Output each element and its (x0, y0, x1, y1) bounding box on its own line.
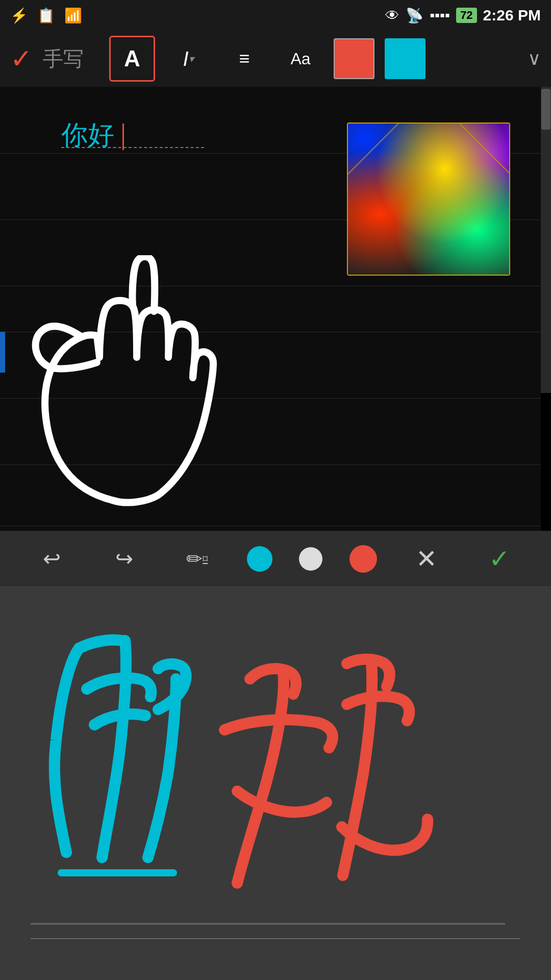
color-picker-box[interactable] (347, 122, 510, 276)
picker-diagonal-1 (347, 122, 430, 249)
panel-confirm-button[interactable]: ✓ (477, 536, 522, 582)
toolbar-title: 手写 (43, 45, 84, 73)
font-italic-button[interactable]: I ▾ (165, 36, 211, 82)
clock: 2:26 PM (483, 7, 541, 24)
handwriting-svg (0, 587, 541, 975)
color-gradient (348, 124, 509, 275)
usb-icon: ⚡ (10, 7, 28, 24)
status-bar: ⚡ 📋 📶 👁 📡 ▪▪▪▪ 72 2:26 PM (0, 0, 551, 31)
panel-toolbar: ↩ ↪ ✏ ⌑ ✕ ✓ (0, 531, 551, 587)
undo-button[interactable]: ↩ (29, 536, 74, 582)
text-canvas[interactable]: 你好 (0, 87, 541, 531)
formatting-toolbar: ✓ 手写 A I ▾ ≡ Aa ∨ (0, 31, 551, 87)
hand-cursor-illustration (20, 255, 255, 531)
status-icons-left: ⚡ 📋 📶 (10, 7, 82, 24)
bars-icon: ▪▪▪▪ (430, 7, 450, 23)
color-dot-cyan[interactable] (247, 546, 272, 572)
hw-baseline (31, 938, 520, 939)
text-align-button[interactable]: ≡ (221, 36, 267, 82)
text-underline (61, 147, 204, 148)
color-red-button[interactable] (334, 38, 374, 79)
toolbar-dropdown-button[interactable]: ∨ (528, 48, 541, 69)
font-size-button[interactable]: Aa (278, 36, 323, 82)
eye-icon: 👁 (385, 7, 399, 24)
panel-cancel-button[interactable]: ✕ (404, 536, 449, 582)
color-cyan-button[interactable] (385, 38, 425, 79)
scrollbar[interactable] (541, 87, 551, 393)
signal-icon: 📡 (406, 7, 423, 24)
redo-button[interactable]: ↪ (102, 536, 147, 582)
scroll-thumb[interactable] (541, 89, 550, 130)
eraser-button[interactable]: ✏ ⌑ (174, 536, 220, 582)
font-bold-button[interactable]: A (109, 36, 155, 82)
battery-indicator: 72 (456, 8, 477, 23)
confirm-button[interactable]: ✓ (10, 43, 33, 74)
color-dot-red[interactable] (349, 545, 377, 573)
handwriting-panel[interactable]: ↩ ↪ ✏ ⌑ ✕ ✓ (0, 531, 551, 980)
left-edge-marker (0, 332, 5, 373)
wifi-icon: 📶 (64, 7, 82, 24)
picker-diagonal-2 (429, 122, 510, 249)
color-dot-white[interactable] (299, 547, 322, 571)
status-icons-right: 👁 📡 ▪▪▪▪ 72 2:26 PM (385, 7, 541, 24)
text-cursor (122, 124, 124, 150)
text-cyan-part: 你好 (61, 120, 114, 150)
clipboard-icon: 📋 (37, 7, 55, 24)
handwriting-area[interactable] (0, 587, 551, 980)
